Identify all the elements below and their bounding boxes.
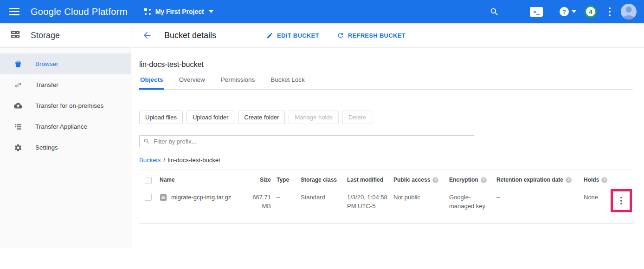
- help-icon[interactable]: [601, 177, 607, 183]
- topbar-actions: >_ ? 4: [489, 4, 644, 20]
- sidebar-item-label: Transfer for on-premises: [35, 102, 103, 109]
- object-holds: None: [584, 193, 607, 202]
- notifications-badge[interactable]: 4: [585, 6, 597, 18]
- bucket-tabs: Objects Overview Permissions Bucket Lock: [139, 76, 633, 90]
- cloud-shell-icon[interactable]: >_: [530, 7, 543, 17]
- file-icon: [160, 194, 167, 204]
- column-header-last-modified: Last modified: [347, 177, 388, 183]
- page-header: Bucket details EDIT BUCKET REFRESH BUCKE…: [132, 23, 644, 48]
- delete-button[interactable]: Delete: [342, 111, 372, 124]
- tab-overview[interactable]: Overview: [178, 76, 206, 89]
- tab-bucket-lock[interactable]: Bucket Lock: [270, 76, 306, 89]
- column-header-encryption: Encryption: [449, 177, 491, 183]
- object-last-modified: 1/3/20, 1:04:58 PM UTC-5: [347, 193, 388, 211]
- help-icon[interactable]: [481, 177, 487, 183]
- sidebar-item-label: Transfer: [35, 81, 58, 88]
- tab-objects[interactable]: Objects: [139, 76, 164, 90]
- gear-icon: [14, 144, 22, 152]
- top-app-bar: Google Cloud Platform My First Project >…: [0, 0, 644, 23]
- menu-icon[interactable]: [9, 8, 19, 15]
- sidebar: Storage Browser Transfer Transfer for on…: [0, 23, 131, 248]
- sidebar-nav: Browser Transfer Transfer for on-premise…: [0, 48, 131, 158]
- breadcrumb: Buckets / lin-docs-test-bucket: [139, 157, 633, 164]
- object-encryption: Google-managed key: [449, 193, 491, 211]
- column-header-retention: Retention expiration date: [496, 177, 578, 183]
- sidebar-item-transfer-appliance[interactable]: Transfer Appliance: [0, 116, 131, 137]
- upload-folder-button[interactable]: Upload folder: [187, 111, 234, 124]
- header-actions: EDIT BUCKET REFRESH BUCKET: [266, 32, 406, 39]
- cloud-upload-icon: [14, 102, 22, 110]
- help-icon[interactable]: [432, 177, 438, 183]
- help-icon: ?: [560, 7, 569, 16]
- refresh-bucket-button[interactable]: REFRESH BUCKET: [337, 32, 406, 39]
- select-all-checkbox[interactable]: [145, 177, 152, 184]
- sidebar-item-browser[interactable]: Browser: [0, 53, 131, 74]
- help-menu[interactable]: ?: [560, 7, 576, 16]
- edit-bucket-label: EDIT BUCKET: [277, 32, 319, 39]
- object-storage-class: Standard: [301, 193, 341, 202]
- project-name: My First Project: [155, 8, 204, 15]
- object-retention: –: [496, 193, 578, 202]
- chevron-down-icon: [572, 10, 576, 13]
- row-overflow-menu-icon[interactable]: [618, 195, 624, 207]
- swap-arrows-icon: [14, 81, 22, 89]
- tab-permissions[interactable]: Permissions: [220, 76, 256, 89]
- column-header-size: Size: [247, 177, 271, 183]
- storage-product-icon: [10, 29, 20, 41]
- refresh-bucket-label: REFRESH BUCKET: [348, 32, 406, 39]
- column-header-name: Name: [160, 177, 241, 183]
- breadcrumb-current: lin-docs-test-bucket: [168, 157, 220, 164]
- sidebar-item-settings[interactable]: Settings: [0, 137, 131, 158]
- search-icon[interactable]: [489, 7, 499, 17]
- refresh-icon: [337, 32, 344, 39]
- sidebar-title: Storage: [31, 31, 60, 40]
- gcp-logo[interactable]: Google Cloud Platform: [31, 7, 128, 17]
- manage-holds-button[interactable]: Manage holds: [289, 111, 339, 124]
- create-folder-button[interactable]: Create folder: [238, 111, 285, 124]
- back-arrow-icon[interactable]: [142, 30, 152, 40]
- object-type: –: [277, 193, 295, 202]
- search-icon: [143, 138, 150, 144]
- sidebar-item-transfer[interactable]: Transfer: [0, 74, 131, 95]
- upload-files-button[interactable]: Upload files: [139, 111, 183, 124]
- object-name-link[interactable]: migrate-gcp-img.tar.gz: [171, 193, 231, 202]
- filter-by-prefix-input[interactable]: [154, 138, 470, 145]
- sidebar-item-label: Transfer Appliance: [35, 123, 87, 130]
- more-options-icon[interactable]: [609, 7, 611, 16]
- main-content: lin-docs-test-bucket Objects Overview Pe…: [132, 48, 644, 269]
- column-header-storage-class: Storage class: [301, 177, 341, 183]
- column-header-public-access: Public access: [393, 177, 444, 183]
- row-checkbox[interactable]: [145, 194, 152, 201]
- chevron-down-icon: [209, 10, 213, 13]
- sidebar-header: Storage: [0, 23, 131, 48]
- avatar[interactable]: [621, 4, 637, 20]
- object-toolbar: Upload files Upload folder Create folder…: [139, 111, 633, 124]
- highlight-annotation: [611, 189, 632, 212]
- object-name-cell: migrate-gcp-img.tar.gz: [160, 193, 241, 204]
- page-title: Bucket details: [164, 31, 216, 40]
- sidebar-item-label: Browser: [35, 60, 58, 67]
- breadcrumb-buckets-link[interactable]: Buckets: [139, 157, 161, 164]
- pencil-icon: [266, 32, 273, 39]
- edit-bucket-button[interactable]: EDIT BUCKET: [266, 32, 319, 39]
- filter-field: [139, 135, 474, 147]
- bucket-icon: [14, 60, 22, 68]
- table-header-row: Name Size Type Storage class Last modifi…: [139, 170, 633, 188]
- appliance-list-icon: [14, 123, 22, 131]
- table-row: migrate-gcp-img.tar.gz 667.71 MB – Stand…: [139, 188, 633, 224]
- object-public-access: Not public: [393, 193, 444, 202]
- breadcrumb-separator: /: [163, 157, 165, 164]
- project-selector[interactable]: My First Project: [144, 8, 213, 15]
- help-icon[interactable]: [566, 177, 572, 183]
- bucket-name: lin-docs-test-bucket: [139, 60, 633, 69]
- object-size: 667.71 MB: [247, 193, 271, 211]
- sidebar-item-label: Settings: [35, 144, 58, 151]
- column-header-holds: Holds: [584, 177, 607, 183]
- column-header-type: Type: [277, 177, 295, 183]
- sidebar-item-transfer-on-premises[interactable]: Transfer for on-premises: [0, 95, 131, 116]
- project-icon: [144, 8, 151, 15]
